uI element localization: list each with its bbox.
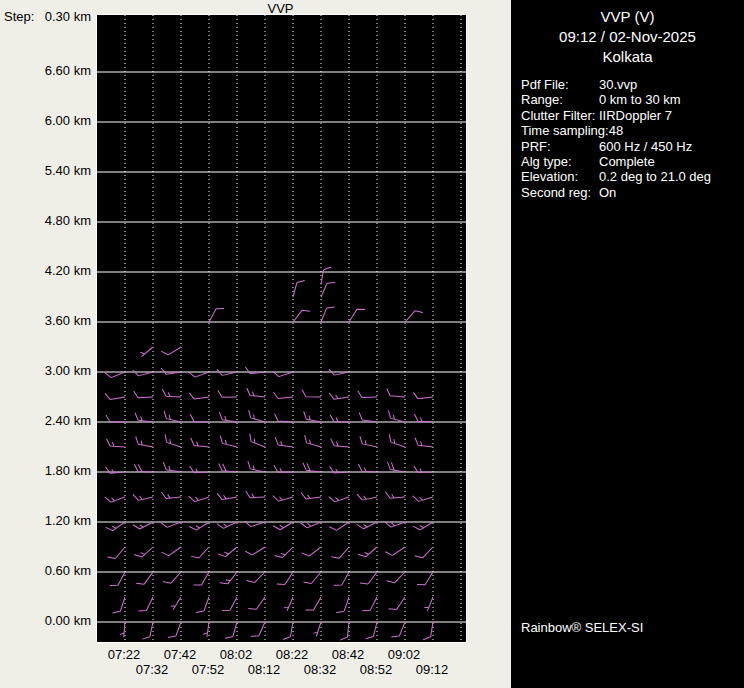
panel-footer-brand: Rainbow® SELEX-SI	[521, 620, 643, 635]
wind-barb	[139, 344, 153, 357]
field-row: Time sampling:48	[521, 123, 744, 138]
x-axis-tick: 08:22	[276, 647, 309, 662]
y-axis-tick: 6.60 km	[4, 63, 91, 78]
wind-barb	[387, 434, 407, 447]
vvp-application-screen: VVP Step: 0.30 km 6.60 km6.00 km5.40 km4…	[0, 0, 744, 688]
field-row: Range:0 km to 30 km	[521, 92, 744, 107]
wind-barb	[275, 542, 293, 560]
wind-barb	[190, 438, 210, 447]
wind-barb	[168, 620, 181, 640]
wind-barb	[106, 439, 125, 447]
field-label: PRF:	[521, 139, 599, 154]
wind-barb	[217, 365, 237, 376]
wind-barb	[136, 568, 153, 587]
field-row: Elevation:0.2 deg to 21.0 deg	[521, 169, 744, 184]
wind-barb	[331, 542, 349, 561]
wind-barb	[405, 308, 423, 327]
field-label: Elevation:	[521, 169, 599, 184]
wind-barb	[245, 541, 265, 557]
y-axis-tick: 1.20 km	[4, 513, 91, 528]
field-row: PRF:600 Hz / 450 Hz	[521, 139, 744, 154]
y-axis-tick: 3.60 km	[4, 313, 91, 328]
wind-barb	[321, 280, 335, 300]
wind-barb	[283, 595, 293, 610]
wind-barb	[138, 594, 153, 614]
wind-barb	[386, 462, 406, 472]
x-axis-tick: 08:42	[332, 647, 365, 662]
wind-barb	[303, 435, 323, 447]
step-value: 0.30 km	[45, 9, 91, 24]
wind-barb	[387, 410, 407, 422]
y-axis-tick: 6.00 km	[4, 113, 91, 128]
wind-barb	[358, 412, 378, 422]
wind-barb	[219, 436, 239, 447]
wind-barb	[349, 306, 365, 326]
wind-barb	[366, 620, 377, 640]
wind-barb	[162, 411, 182, 422]
wind-barb	[163, 434, 183, 447]
field-label: Range:	[521, 92, 599, 107]
wind-barb	[424, 596, 433, 611]
wind-barb	[413, 490, 433, 502]
field-row: Clutter Filter:IIRDoppler 7	[521, 108, 744, 123]
step-indicator: Step: 0.30 km	[4, 9, 91, 24]
x-axis-tick: 07:42	[164, 647, 197, 662]
wind-barb	[423, 621, 433, 641]
wind-barb	[247, 434, 267, 447]
wind-barb	[414, 414, 433, 422]
wind-barb	[305, 594, 321, 614]
wind-barb	[218, 463, 238, 472]
wind-barb	[191, 542, 209, 561]
x-axis-tick: 07:32	[136, 662, 169, 677]
wind-barb	[142, 621, 153, 641]
y-axis-tick: 4.20 km	[4, 263, 91, 278]
wind-barb	[218, 542, 237, 560]
field-row: Alg type:Complete	[521, 154, 744, 169]
wind-barb	[413, 390, 433, 399]
wind-barb	[190, 414, 209, 422]
wind-barb	[360, 568, 377, 587]
wind-barb	[293, 279, 305, 299]
wind-barb	[330, 415, 349, 422]
wind-barb	[120, 622, 125, 637]
field-label: Time sampling:	[521, 123, 609, 138]
panel-title: VVP (V)	[511, 8, 744, 25]
wind-barb	[196, 595, 209, 615]
field-value: 48	[609, 123, 623, 138]
wind-barb	[340, 621, 349, 641]
wind-barb	[218, 390, 237, 397]
wind-barb	[417, 568, 433, 588]
x-axis-tick: 08:12	[248, 662, 281, 677]
wind-barb	[329, 365, 349, 376]
wind-barb	[189, 490, 209, 503]
x-axis-tick: 08:32	[304, 662, 337, 677]
panel-station: Kolkata	[511, 48, 744, 65]
wind-barb	[222, 594, 237, 614]
x-axis-tick: 08:52	[360, 662, 393, 677]
wind-barb	[387, 567, 405, 586]
wind-barb	[217, 490, 237, 500]
wind-barb	[203, 621, 209, 636]
wind-barb	[336, 595, 349, 615]
field-row: Second reg:On	[521, 185, 744, 200]
field-label: Clutter Filter:	[521, 108, 599, 123]
wind-barb	[105, 516, 125, 533]
y-axis-tick: 0.00 km	[4, 613, 91, 628]
field-label: Alg type:	[521, 154, 599, 169]
wind-barb	[248, 593, 265, 613]
wind-barb	[134, 390, 153, 398]
wind-barb	[193, 569, 209, 589]
wind-barb	[106, 415, 125, 422]
wind-barb	[385, 541, 405, 557]
wind-barb	[313, 621, 321, 637]
wind-barb	[330, 438, 350, 447]
wind-barb	[134, 542, 153, 560]
wind-barb	[162, 462, 182, 472]
wind-barb	[189, 516, 209, 532]
wind-barb	[293, 307, 310, 326]
panel-fields: Pdf File:30.vvpRange:0 km to 30 kmClutte…	[521, 77, 744, 200]
wind-barb	[225, 620, 237, 640]
field-value: 0.2 deg to 21.0 deg	[599, 169, 711, 184]
field-label: Pdf File:	[521, 77, 599, 92]
y-axis-tick: 0.60 km	[4, 563, 91, 578]
